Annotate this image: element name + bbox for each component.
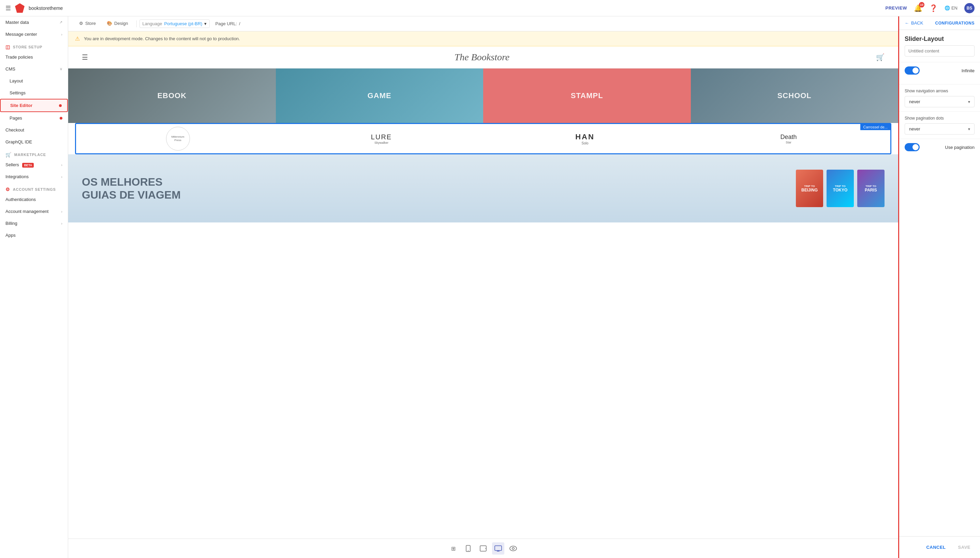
book-beijing: TRIP TO BEIJING [796, 170, 823, 207]
hero-cell-game: GAME [276, 69, 484, 123]
nav-arrows-label: Show navigation arrows [905, 89, 975, 94]
back-arrow-icon: ← [905, 20, 909, 26]
sidebar-item-authentications[interactable]: Authentications [0, 194, 68, 205]
use-pagination-section: Use pagination [899, 139, 980, 161]
hamburger-icon[interactable]: ☰ [82, 53, 88, 61]
brand-lure: LURE Skywalker [371, 133, 392, 144]
avatar[interactable]: BS [964, 3, 975, 13]
language-selector[interactable]: 🌐 EN [945, 5, 957, 11]
nav-arrows-dropdown[interactable]: never ▾ [905, 96, 975, 107]
sidebar: Master data ↗ Message center › ◫ STORE S… [0, 16, 68, 558]
desktop-view-button[interactable] [492, 542, 504, 555]
save-button[interactable]: SAVE [954, 542, 975, 553]
svg-point-6 [512, 547, 514, 550]
tab-store[interactable]: ⚙ Store [74, 16, 101, 31]
tablet-view-button[interactable] [477, 542, 489, 555]
sidebar-item-trade-policies[interactable]: Trade policies [0, 51, 68, 63]
use-pagination-label: Use pagination [945, 145, 975, 150]
hero-cell-stampl: STAMPL [483, 69, 691, 123]
sidebar-item-site-editor[interactable]: Site Editor [0, 99, 68, 112]
sidebar-item-message-center[interactable]: Message center › [0, 28, 68, 40]
main-layout: Master data ↗ Message center › ◫ STORE S… [0, 16, 980, 558]
preview-area: ⚠ You are in development mode. Changes t… [68, 31, 898, 538]
hero-cell-ebook: EBOOK [68, 69, 276, 123]
notifications-button[interactable]: 🔔 10 [914, 4, 922, 12]
sidebar-item-master-data[interactable]: Master data ↗ [0, 16, 68, 28]
account-settings-icon: ⚙ [5, 187, 10, 192]
right-panel-header: ← BACK CONFIGURATIONS [899, 16, 980, 30]
travel-heading: OS MELHORES GUIAS DE VIAGEM [82, 176, 181, 202]
menu-icon[interactable]: ☰ [5, 5, 11, 12]
back-button[interactable]: ← BACK [905, 20, 923, 26]
store-setup-section: ◫ STORE SETUP [0, 40, 68, 51]
grid-view-button[interactable]: ⊞ [447, 542, 459, 555]
topbar: ☰ bookstoretheme PREVIEW 🔔 10 ❓ 🌐 EN BS [0, 0, 980, 16]
chevron-right-icon: › [61, 32, 63, 36]
warning-icon: ⚠ [75, 35, 80, 42]
brand-overlay-label[interactable]: Carrossel de... [860, 124, 890, 130]
cancel-button[interactable]: CANCEL [922, 542, 950, 553]
millennium-label: MillenniumPress [171, 135, 184, 142]
pagination-dots-section: Show pagination dots never ▾ [899, 112, 980, 139]
pages-dot-icon [60, 117, 63, 120]
account-mgmt-chevron-icon: › [61, 210, 63, 213]
store-setup-icon: ◫ [5, 44, 10, 50]
store-logo: The Bookstore [455, 52, 510, 63]
brand-death: Death Star [780, 133, 797, 144]
content-name-input[interactable] [905, 45, 975, 57]
pagination-dots-value: never [909, 126, 920, 131]
beta-badge: BETA [22, 163, 34, 167]
travel-section: OS MELHORES GUIAS DE VIAGEM TRIP TO BEIJ… [68, 154, 898, 222]
brand-row: MillenniumPress LURE Skywalker HAN Solo … [75, 123, 891, 154]
nav-arrows-value: never [909, 99, 920, 104]
sidebar-item-settings[interactable]: Settings [0, 87, 68, 99]
preview-inner: ⚠ You are in development mode. Changes t… [68, 31, 898, 538]
mobile-view-button[interactable] [462, 542, 474, 555]
sidebar-item-integrations[interactable]: Integrations › [0, 171, 68, 182]
help-icon[interactable]: ❓ [929, 4, 938, 12]
travel-text: OS MELHORES GUIAS DE VIAGEM [82, 176, 181, 202]
use-pagination-toggle[interactable] [905, 143, 920, 151]
sub-toolbar: ⚙ Store 🎨 Design Language Portuguese (pt… [68, 16, 898, 31]
cart-icon[interactable]: 🛒 [876, 53, 884, 61]
chevron-down-icon: ∨ [60, 67, 63, 71]
sidebar-item-checkout[interactable]: Checkout [0, 124, 68, 136]
store-header: ☰ The Bookstore 🛒 [68, 46, 898, 69]
sidebar-item-cms[interactable]: CMS ∨ [0, 63, 68, 75]
topbar-right: PREVIEW 🔔 10 ❓ 🌐 EN BS [885, 3, 975, 13]
brand-millennium: MillenniumPress [166, 127, 190, 151]
sidebar-item-billing[interactable]: Billing › [0, 217, 68, 229]
nav-arrows-chevron-icon: ▾ [968, 100, 970, 104]
book-tokyo: TRIP TO TOKYO [827, 170, 854, 207]
infinite-toggle[interactable] [905, 66, 920, 75]
brand-han: HAN Solo [575, 133, 595, 145]
sidebar-item-pages[interactable]: Pages [0, 112, 68, 124]
sellers-chevron-icon: › [61, 163, 63, 167]
design-icon: 🎨 [107, 21, 112, 26]
pagination-dots-dropdown[interactable]: never ▾ [905, 123, 975, 135]
sidebar-item-apps[interactable]: Apps [0, 229, 68, 241]
language-select[interactable]: Language Portuguese (pt-BR) ▾ [140, 20, 210, 28]
preview-button[interactable]: PREVIEW [885, 5, 907, 11]
external-link-icon: ↗ [59, 20, 63, 25]
right-panel: ← BACK CONFIGURATIONS Slider-Layout Infi… [898, 16, 980, 558]
sidebar-item-sellers[interactable]: Sellers BETA › [0, 159, 68, 171]
sidebar-item-graphql-ide[interactable]: GraphQL IDE [0, 136, 68, 148]
hero-ebook-text: EBOOK [157, 91, 186, 100]
pagination-dots-label: Show pagination dots [905, 116, 975, 121]
book-paris: TRIP TO PARIS [857, 170, 884, 207]
hero-stampl-text: STAMPL [571, 91, 603, 100]
sidebar-item-account-management[interactable]: Account management › [0, 205, 68, 217]
tab-design[interactable]: 🎨 Design [101, 16, 133, 31]
marketplace-section: 🛒 MARKETPLACE [0, 148, 68, 159]
page-url-display: Page URL: / [215, 21, 240, 26]
logo-icon [15, 3, 25, 13]
infinite-label: Infinite [962, 68, 975, 73]
language-chevron-icon: ▾ [204, 21, 207, 26]
sidebar-item-layout[interactable]: Layout [0, 75, 68, 87]
active-dot-icon [59, 104, 62, 107]
preview-eye-button[interactable] [507, 542, 519, 555]
panel-footer: CANCEL SAVE [899, 536, 980, 558]
configurations-link[interactable]: CONFIGURATIONS [936, 21, 975, 26]
integrations-chevron-icon: › [61, 175, 63, 179]
